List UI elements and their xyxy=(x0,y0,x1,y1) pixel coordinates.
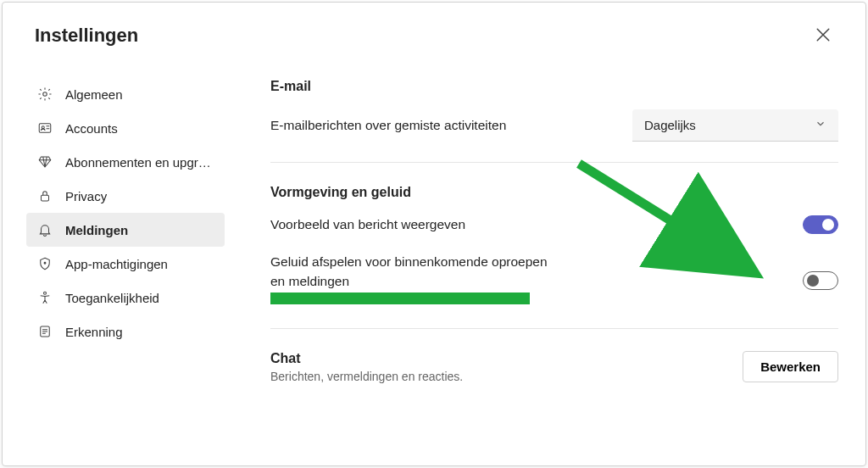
row-missed-activity-email: E-mailberichten over gemiste activiteite… xyxy=(270,109,838,142)
lock-icon xyxy=(36,187,53,204)
svg-rect-1 xyxy=(39,124,51,133)
svg-point-0 xyxy=(43,92,47,97)
settings-sidebar: Algemeen Accounts Abonnementen en upgr… … xyxy=(26,55,231,383)
chevron-down-icon xyxy=(815,118,826,132)
bell-icon xyxy=(36,221,53,238)
diamond-icon xyxy=(36,153,53,170)
sidebar-item-privacy[interactable]: Privacy xyxy=(26,179,225,213)
select-value: Dagelijks xyxy=(644,118,696,132)
accessibility-icon xyxy=(36,289,53,306)
section-heading-email: E-mail xyxy=(270,79,838,94)
settings-dialog: Instellingen Algemeen Accounts xyxy=(2,2,866,466)
missed-activity-label: E-mailberichten over gemiste activiteite… xyxy=(270,116,506,135)
close-button[interactable] xyxy=(813,25,833,45)
sidebar-item-notifications[interactable]: Meldingen xyxy=(26,213,225,247)
sidebar-item-label: App-machtigingen xyxy=(65,257,168,271)
show-preview-toggle[interactable] xyxy=(803,215,838,234)
document-icon xyxy=(36,323,53,340)
sidebar-item-label: Privacy xyxy=(65,189,107,203)
annotation-highlight xyxy=(270,292,530,304)
gear-icon xyxy=(36,86,53,103)
sidebar-item-label: Meldingen xyxy=(65,223,128,237)
play-sound-label: Geluid afspelen voor binnenkomende oproe… xyxy=(270,253,559,291)
row-show-message-preview: Voorbeeld van bericht weergeven xyxy=(270,215,838,234)
svg-point-5 xyxy=(44,292,47,294)
sidebar-item-label: Abonnementen en upgr… xyxy=(65,155,211,170)
sidebar-item-recognition[interactable]: Erkenning xyxy=(26,315,225,348)
settings-content: E-mail E-mailberichten over gemiste acti… xyxy=(231,55,865,383)
row-play-sound: Geluid afspelen voor binnenkomende oproe… xyxy=(270,253,838,308)
section-heading-chat: Chat xyxy=(270,351,463,366)
close-icon xyxy=(815,27,831,42)
sidebar-item-accessibility[interactable]: Toegankelijkheid xyxy=(26,281,225,315)
section-heading-appearance: Vormgeving en geluid xyxy=(270,185,838,200)
sidebar-item-subscriptions[interactable]: Abonnementen en upgr… xyxy=(26,145,225,179)
sidebar-item-general[interactable]: Algemeen xyxy=(26,77,225,111)
svg-line-7 xyxy=(579,164,740,264)
svg-rect-3 xyxy=(42,195,49,201)
shield-icon xyxy=(36,255,53,272)
dialog-header: Instellingen xyxy=(3,3,865,55)
id-card-icon xyxy=(36,120,53,136)
chat-subtext: Berichten, vermeldingen en reacties. xyxy=(270,370,463,383)
play-sound-toggle[interactable] xyxy=(803,271,838,290)
sidebar-item-label: Toegankelijkheid xyxy=(65,291,159,305)
row-chat: Chat Berichten, vermeldingen en reacties… xyxy=(270,351,838,383)
sidebar-item-label: Accounts xyxy=(65,121,118,136)
sidebar-item-accounts[interactable]: Accounts xyxy=(26,111,225,145)
section-divider xyxy=(270,328,838,329)
svg-point-2 xyxy=(42,126,44,129)
svg-point-4 xyxy=(44,262,46,264)
show-preview-label: Voorbeeld van bericht weergeven xyxy=(270,215,465,234)
missed-activity-frequency-select[interactable]: Dagelijks xyxy=(632,109,838,142)
section-divider xyxy=(270,162,838,163)
dialog-title: Instellingen xyxy=(35,25,138,47)
sidebar-item-app-permissions[interactable]: App-machtigingen xyxy=(26,247,225,281)
sidebar-item-label: Erkenning xyxy=(65,325,123,339)
edit-chat-button[interactable]: Bewerken xyxy=(743,351,838,382)
sidebar-item-label: Algemeen xyxy=(65,87,123,102)
